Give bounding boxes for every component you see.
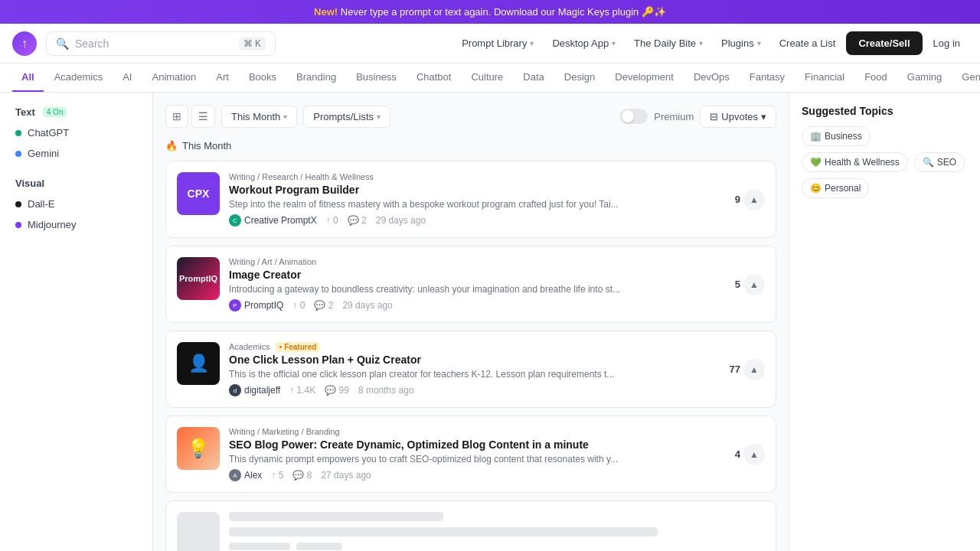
category-business[interactable]: Business bbox=[347, 64, 406, 92]
category-development[interactable]: Development bbox=[606, 64, 683, 92]
category-books[interactable]: Books bbox=[240, 64, 286, 92]
search-placeholder: Search bbox=[75, 37, 109, 50]
nav-daily-bite[interactable]: The Daily Bite ▾ bbox=[626, 33, 710, 54]
upvote-count: ↑ 5 bbox=[271, 470, 283, 481]
sidebar-item-midjourney[interactable]: Midjourney bbox=[9, 214, 143, 235]
topic-chip-personal[interactable]: 😊 Personal bbox=[802, 178, 869, 198]
category-generative-ai[interactable]: Generative AI bbox=[952, 64, 980, 92]
view-filter-button[interactable]: Prompts/Lists ▾ bbox=[303, 106, 390, 128]
grid-view-button[interactable]: ⊞ bbox=[165, 105, 188, 128]
sidebar-item-visual[interactable]: Visual bbox=[9, 173, 143, 194]
chevron-down-icon: ▾ bbox=[530, 39, 534, 47]
chevron-down-icon: ▾ bbox=[757, 39, 761, 47]
logo[interactable]: ↑ bbox=[12, 31, 37, 56]
card-author[interactable]: A Alex bbox=[229, 469, 262, 481]
card-title[interactable]: Image Creator bbox=[229, 269, 765, 281]
vote-badge: 5 ▲ bbox=[735, 274, 765, 295]
category-fantasy[interactable]: Fantasy bbox=[740, 64, 794, 92]
sidebar-text-label: Text bbox=[15, 106, 35, 118]
card-category: Writing / Art / Animation bbox=[229, 257, 765, 266]
sidebar-item-chatgpt[interactable]: ChatGPT bbox=[9, 122, 143, 143]
vote-count: 77 bbox=[730, 364, 740, 375]
nav-prompt-library[interactable]: Prompt Library ▾ bbox=[454, 33, 541, 54]
sidebar-item-text[interactable]: Text 4 On bbox=[9, 102, 143, 122]
upvote-button[interactable]: ▲ bbox=[743, 274, 765, 295]
comment-icon: 💬 2 bbox=[348, 215, 367, 226]
gemini-label: Gemini bbox=[28, 148, 59, 159]
top-banner: New! Never type a prompt or text again. … bbox=[0, 0, 980, 24]
topic-chip-seo[interactable]: 🔍 SEO bbox=[914, 152, 965, 172]
category-gaming[interactable]: Gaming bbox=[898, 64, 952, 92]
premium-switch[interactable] bbox=[620, 109, 648, 124]
card-category: Writing / Research / Health & Wellness bbox=[229, 172, 765, 181]
category-devops[interactable]: DevOps bbox=[684, 64, 739, 92]
author-avatar: P bbox=[229, 299, 241, 311]
skeleton-meta bbox=[229, 543, 765, 550]
upvote-button[interactable]: ▲ bbox=[743, 189, 765, 210]
upvote-button[interactable]: ▲ bbox=[743, 444, 765, 465]
health-label: Health & Wellness bbox=[825, 157, 900, 168]
category-design[interactable]: Design bbox=[555, 64, 604, 92]
vote-count: 5 bbox=[735, 279, 740, 290]
personal-label: Personal bbox=[825, 183, 861, 194]
category-financial[interactable]: Financial bbox=[795, 64, 854, 92]
upvote-count: ↑ 1.4K bbox=[289, 385, 315, 396]
upvote-button[interactable]: ▲ bbox=[743, 359, 765, 380]
category-food[interactable]: Food bbox=[855, 64, 897, 92]
category-branding[interactable]: Branding bbox=[287, 64, 345, 92]
card-thumbnail: CPX bbox=[177, 172, 220, 215]
category-academics[interactable]: Academics bbox=[45, 64, 113, 92]
topic-chip-business[interactable]: 🏢 Business bbox=[802, 126, 871, 146]
category-ai[interactable]: AI bbox=[113, 64, 141, 92]
sidebar-item-gemini[interactable]: Gemini bbox=[9, 143, 143, 164]
create-sell-button[interactable]: Create/Sell bbox=[846, 31, 922, 55]
premium-toggle[interactable]: Premium bbox=[620, 109, 694, 124]
nav-create-list[interactable]: Create a List bbox=[772, 33, 844, 54]
login-button[interactable]: Log in bbox=[926, 33, 968, 54]
sidebar-item-dalle[interactable]: Dall-E bbox=[9, 194, 143, 214]
right-sidebar: Suggested Topics 🏢 Business 💚 Health & W… bbox=[789, 93, 980, 551]
category-chatbot[interactable]: Chatbot bbox=[407, 64, 461, 92]
left-sidebar: Text 4 On ChatGPT Gemini Visual Dall-E bbox=[0, 93, 153, 551]
business-emoji: 🏢 bbox=[810, 131, 822, 142]
card-author[interactable]: P PromptIQ bbox=[229, 299, 283, 311]
card-category: Academics • Featured bbox=[229, 342, 765, 351]
topic-chip-health[interactable]: 💚 Health & Wellness bbox=[802, 152, 908, 172]
category-animation[interactable]: Animation bbox=[143, 64, 206, 92]
card-body: Writing / Research / Health & Wellness W… bbox=[229, 172, 765, 227]
card-thumbnail: PromptIQ bbox=[177, 257, 220, 300]
search-bar[interactable]: 🔍 Search ⌘ K bbox=[46, 31, 276, 56]
time-filter-button[interactable]: This Month ▾ bbox=[221, 106, 297, 128]
category-culture[interactable]: Culture bbox=[462, 64, 512, 92]
category-all[interactable]: All bbox=[12, 64, 44, 92]
chevron-down-icon: ▾ bbox=[612, 39, 616, 47]
card-body: Writing / Marketing / Branding SEO Blog … bbox=[229, 427, 765, 481]
category-data[interactable]: Data bbox=[514, 64, 553, 92]
card-author[interactable]: C Creative PromptX bbox=[229, 214, 317, 227]
seo-icon: 🔍 bbox=[923, 157, 934, 168]
text-on-badge: 4 On bbox=[43, 107, 67, 117]
comment-count: 💬 8 bbox=[292, 470, 312, 481]
nav-desktop-app[interactable]: Desktop App ▾ bbox=[544, 33, 623, 54]
card-title[interactable]: Workout Program Builder bbox=[229, 184, 765, 196]
card-thumbnail: 👤 bbox=[177, 342, 220, 385]
suggested-topics-title: Suggested Topics bbox=[802, 105, 968, 117]
toggle-knob bbox=[622, 110, 634, 122]
sort-button[interactable]: ⊟ Upvotes ▾ bbox=[700, 106, 776, 128]
prompt-card: PromptIQ Writing / Art / Animation Image… bbox=[165, 246, 776, 323]
card-title[interactable]: One Click Lesson Plan + Quiz Creator bbox=[229, 354, 765, 366]
nav-plugins[interactable]: Plugins ▾ bbox=[714, 33, 769, 54]
author-name: PromptIQ bbox=[244, 300, 283, 311]
card-author[interactable]: d digitaljeff bbox=[229, 384, 280, 396]
vote-badge: 9 ▲ bbox=[735, 189, 765, 210]
midjourney-dot bbox=[15, 222, 21, 228]
card-title[interactable]: SEO Blog Power: Create Dynamic, Optimize… bbox=[229, 439, 765, 451]
sidebar-visual-label: Visual bbox=[15, 178, 44, 189]
time-ago: 27 days ago bbox=[321, 470, 371, 481]
category-art[interactable]: Art bbox=[207, 64, 238, 92]
chevron-down-icon: ▾ bbox=[699, 39, 703, 47]
main-layout: Text 4 On ChatGPT Gemini Visual Dall-E bbox=[0, 93, 980, 551]
midjourney-label: Midjourney bbox=[28, 219, 77, 230]
list-view-button[interactable]: ☰ bbox=[191, 105, 215, 128]
search-shortcut: ⌘ K bbox=[239, 37, 266, 51]
